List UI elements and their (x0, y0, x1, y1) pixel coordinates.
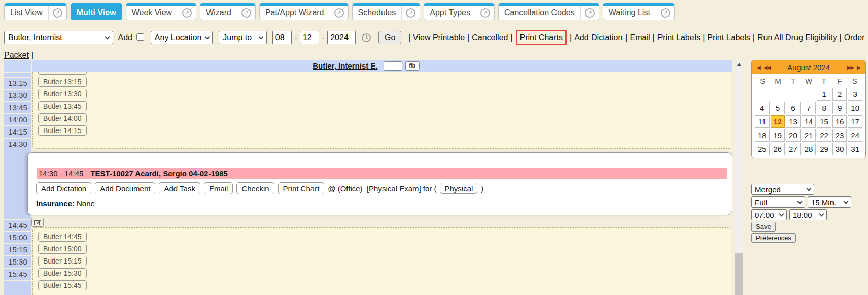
calendar-next-year-icon[interactable]: ▶▶ (847, 64, 854, 70)
print-chart-button[interactable]: Print Chart (278, 182, 325, 194)
date-day-input[interactable] (300, 31, 319, 44)
calendar-day-3[interactable]: 3 (848, 88, 862, 101)
tab-icon-area[interactable]: ↗ (401, 6, 420, 20)
calendar-day-19[interactable]: 19 (771, 129, 785, 142)
calendar-day-18[interactable]: 18 (755, 129, 770, 142)
tab-icon-area[interactable]: ↗ (178, 6, 196, 20)
add-checkbox[interactable] (136, 33, 144, 41)
slot-button[interactable]: Butler 15:30 (38, 268, 87, 278)
day-end-select[interactable]: 18:00 (789, 209, 827, 220)
preferences-button[interactable]: Preferences (751, 233, 796, 243)
provider-header-link[interactable]: Butler, Internist E. (313, 61, 377, 70)
calendar-day-9[interactable]: 9 (832, 102, 847, 114)
tab-icon-area[interactable]: ↗ (476, 6, 494, 20)
calendar-prev-month-icon[interactable]: ◀ (757, 64, 760, 70)
clock-icon[interactable] (361, 32, 371, 43)
calendar-day-8[interactable]: 8 (817, 102, 831, 114)
link-run-all-drug-eligibility[interactable]: Run All Drug Eligibility (757, 33, 837, 42)
location-select[interactable]: Any Location (151, 31, 213, 44)
date-month-input[interactable] (272, 31, 292, 44)
slot-button[interactable]: Butler 15:00 (38, 244, 87, 254)
tab-icon-area[interactable]: ↗ (656, 6, 674, 20)
calendar-day-7[interactable]: 7 (802, 102, 816, 114)
appointment-type-button[interactable]: Physical (440, 183, 477, 194)
tab-list-view[interactable]: List View↗ (4, 3, 67, 20)
checkin-button[interactable]: Checkin (236, 182, 274, 194)
edit-slot-button[interactable] (31, 218, 44, 227)
link-add-dictation[interactable]: Add Dictation (574, 33, 622, 42)
calendar-day-26[interactable]: 26 (771, 143, 785, 155)
link-cancelled[interactable]: Cancelled (472, 33, 508, 42)
add-task-button[interactable]: Add Task (159, 182, 200, 194)
jump-to-select[interactable]: Jump to (219, 31, 267, 44)
tab-waiting-list[interactable]: Waiting List↗ (603, 3, 675, 20)
view-mode-select[interactable]: Merged (751, 184, 814, 195)
calendar-next-month-icon[interactable]: ▶ (857, 64, 860, 70)
calendar-day-30[interactable]: 30 (832, 143, 847, 155)
day-start-select[interactable]: 07:00 (751, 209, 787, 220)
calendar-day-25[interactable]: 25 (755, 143, 770, 155)
slot-button[interactable]: Butler 13:15 (38, 77, 87, 87)
calendar-day-27[interactable]: 27 (786, 143, 801, 155)
tab-icon-area[interactable]: ↗ (237, 6, 255, 20)
link-print-charts[interactable]: Print Charts (520, 33, 563, 42)
appointment-patient-link[interactable]: TEST-10027 Acardi, Sergio 04-02-1985 (90, 169, 227, 178)
slot-button[interactable]: Butler 15:45 (38, 280, 87, 290)
save-button[interactable]: Save (751, 222, 776, 232)
tab-schedules[interactable]: Schedules↗ (352, 3, 421, 20)
fb-button[interactable]: f/b (405, 61, 420, 71)
calendar-day-21[interactable]: 21 (802, 129, 816, 142)
tab-appt-types[interactable]: Appt Types↗ (424, 3, 495, 20)
zoom-select[interactable]: Full (751, 196, 805, 208)
link-print-labels[interactable]: Print Labels (707, 33, 750, 42)
calendar-day-17[interactable]: 17 (848, 115, 862, 128)
slot-button[interactable]: Butler 13:45 (38, 101, 87, 111)
tab-icon-area[interactable]: ↗ (48, 6, 66, 20)
slot-button[interactable]: Butler 14:45 (38, 232, 87, 242)
tab-icon-area[interactable]: ↗ (330, 6, 348, 20)
calendar-day-29[interactable]: 29 (817, 143, 831, 155)
calendar-day-5[interactable]: 5 (771, 102, 785, 114)
slot-button[interactable]: Butler 14:00 (38, 113, 87, 123)
calendar-day-31[interactable]: 31 (848, 143, 862, 155)
add-dictation-button[interactable]: Add Dictation (36, 182, 91, 194)
calendar-day-1[interactable]: 1 (817, 88, 831, 101)
tab-wizard[interactable]: Wizard↗ (200, 3, 256, 20)
slot-button[interactable]: Butler 13:30 (38, 89, 87, 99)
calendar-day-14[interactable]: 14 (802, 115, 816, 128)
go-button[interactable]: Go (378, 31, 401, 44)
scrollbar-thumb[interactable] (735, 253, 743, 295)
calendar-day-4[interactable]: 4 (755, 102, 770, 114)
vertical-scrollbar[interactable] (735, 60, 743, 295)
slot-button[interactable]: Butler 14:15 (38, 125, 87, 136)
appointment-time-link[interactable]: 14:30 - 14:45 (39, 169, 83, 178)
tab-cancellation-codes[interactable]: Cancellation Codes↗ (498, 3, 599, 20)
email-button[interactable]: Email (204, 182, 233, 194)
link-email[interactable]: Email (630, 33, 650, 42)
calendar-day-6[interactable]: 6 (786, 102, 801, 114)
calendar-day-13[interactable]: 13 (786, 115, 801, 128)
tab-icon-area[interactable]: ↗ (580, 6, 599, 20)
interval-select[interactable]: 15 Min. (808, 196, 851, 208)
calendar-day-23[interactable]: 23 (832, 129, 847, 142)
tab-week-view[interactable]: Week View↗ (126, 3, 196, 20)
calendar-prev-year-icon[interactable]: ◀◀ (763, 64, 770, 70)
calendar-day-24[interactable]: 24 (848, 129, 862, 142)
calendar-day-16[interactable]: 16 (832, 115, 847, 128)
calendar-day-20[interactable]: 20 (786, 129, 801, 142)
calendar-day-10[interactable]: 10 (848, 102, 862, 114)
tab-pat-appt-wizard[interactable]: Pat/Appt Wizard↗ (259, 3, 349, 20)
tab-multi-view[interactable]: Multi View (71, 3, 122, 20)
date-year-input[interactable] (327, 31, 356, 44)
calendar-day-11[interactable]: 11 (755, 115, 770, 128)
link-print-labels[interactable]: Print Labels (657, 33, 701, 42)
slot-button[interactable]: Butler 15:15 (38, 256, 87, 266)
calendar-day-28[interactable]: 28 (802, 143, 816, 155)
add-document-button[interactable]: Add Document (95, 182, 155, 194)
calendar-day-12[interactable]: 12 (771, 115, 785, 128)
calendar-day-15[interactable]: 15 (817, 115, 831, 128)
minimize-button[interactable]: — (384, 61, 402, 71)
scroll-up-button[interactable] (735, 60, 743, 69)
calendar-day-2[interactable]: 2 (832, 88, 847, 101)
link-view-printable[interactable]: View Printable (413, 33, 465, 42)
